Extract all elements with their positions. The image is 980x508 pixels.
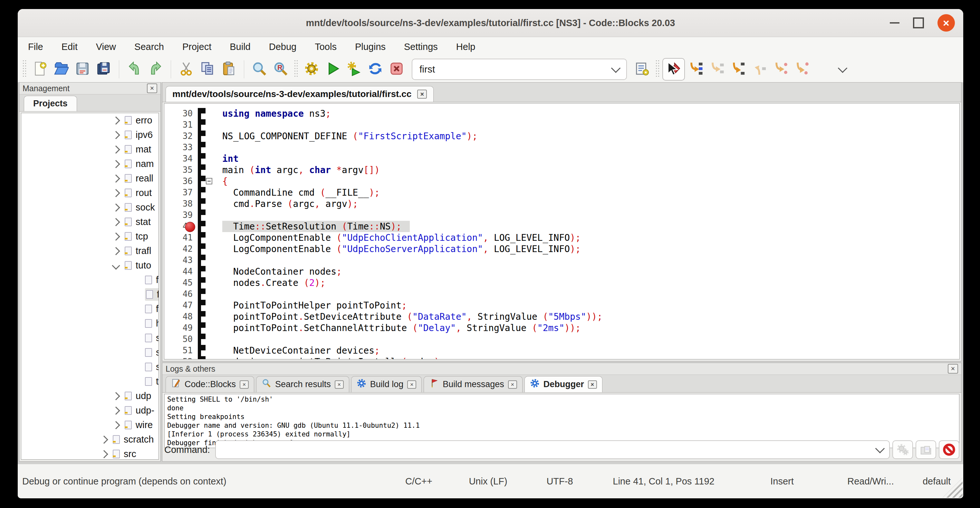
code-line-50[interactable]: 50 xyxy=(164,334,959,345)
logs-tab-close-icon[interactable]: × xyxy=(508,381,517,389)
tree-item-udp[interactable]: udp xyxy=(21,389,159,403)
expander-closed-icon[interactable] xyxy=(100,450,108,458)
build-button[interactable] xyxy=(301,59,322,80)
command-dropdown-icon[interactable] xyxy=(875,444,885,453)
expander-closed-icon[interactable] xyxy=(112,116,120,124)
tree-item-six[interactable]: six xyxy=(21,360,159,374)
tree-item-sock[interactable]: sock xyxy=(21,200,159,215)
redo-button[interactable] xyxy=(145,59,166,80)
title-bar[interactable]: mnt/dev/tools/source/ns-3-dev/examples/t… xyxy=(18,9,963,37)
code-line-30[interactable]: 30using namespace ns3; xyxy=(164,108,959,119)
project-tree[interactable]: erroipv6matnamreallroutsockstattcptraflt… xyxy=(21,113,159,460)
expander-closed-icon[interactable] xyxy=(112,218,120,226)
close-button[interactable]: × xyxy=(937,14,955,32)
menu-settings[interactable]: Settings xyxy=(404,41,438,52)
stop-debugger-button[interactable] xyxy=(939,440,959,459)
copy-button[interactable] xyxy=(197,59,218,80)
tree-item-fif[interactable]: fif xyxy=(21,273,159,287)
debugger-settings-button[interactable] xyxy=(892,440,913,459)
expander-closed-icon[interactable] xyxy=(112,247,120,255)
code-line-47[interactable]: 47 PointToPointHelper pointToPoint; xyxy=(164,300,959,311)
paste-button[interactable] xyxy=(218,59,239,80)
next-instruction-button[interactable] xyxy=(770,59,791,80)
tree-item-se[interactable]: se xyxy=(21,345,159,360)
save-all-button[interactable] xyxy=(93,59,115,80)
code-line-38[interactable]: 38 cmd.Parse (argc, argv); xyxy=(164,198,959,210)
logs-close-icon[interactable]: × xyxy=(948,364,958,374)
step-into-instruction-button[interactable] xyxy=(791,59,813,80)
undo-button[interactable] xyxy=(124,59,145,80)
expander-closed-icon[interactable] xyxy=(112,174,120,182)
expander-closed-icon[interactable] xyxy=(112,131,120,139)
expander-closed-icon[interactable] xyxy=(112,421,120,429)
code-line-34[interactable]: 34int xyxy=(164,153,959,164)
code-line-46[interactable]: 46 xyxy=(164,288,959,300)
expander-closed-icon[interactable] xyxy=(112,233,120,240)
logs-tab-close-icon[interactable]: × xyxy=(335,381,344,389)
toolbar-grip[interactable] xyxy=(294,60,298,78)
step-out-button[interactable] xyxy=(749,59,770,80)
editor-tab-first-cc[interactable]: mnt/dev/tools/source/ns-3-dev/examples/t… xyxy=(165,86,434,102)
logs-tab-search-results[interactable]: Search results× xyxy=(256,376,349,392)
tree-item-udp[interactable]: udp- xyxy=(21,403,159,418)
menu-build[interactable]: Build xyxy=(230,41,251,52)
code-line-37[interactable]: 37 CommandLine cmd (__FILE__); xyxy=(164,187,959,198)
replace-button[interactable]: R xyxy=(270,59,291,80)
tree-item-src[interactable]: src xyxy=(21,447,159,460)
code-line-40[interactable]: 40 Time::SetResolution (Time::NS); xyxy=(164,221,959,232)
run-to-cursor-button[interactable] xyxy=(685,59,706,80)
tree-item-stat[interactable]: stat xyxy=(21,215,159,229)
menu-plugins[interactable]: Plugins xyxy=(355,41,386,52)
tree-item-reall[interactable]: reall xyxy=(21,171,159,186)
expander-closed-icon[interactable] xyxy=(100,435,108,444)
fold-collapse-icon[interactable] xyxy=(206,178,212,185)
select-target-button[interactable] xyxy=(632,59,653,80)
menu-file[interactable]: File xyxy=(28,41,43,52)
step-into-button[interactable] xyxy=(727,59,749,80)
save-button[interactable] xyxy=(72,59,93,80)
toolbar-overflow-button[interactable] xyxy=(832,59,853,80)
cut-button[interactable] xyxy=(176,59,197,80)
menu-help[interactable]: Help xyxy=(456,41,476,52)
tree-item-nam[interactable]: nam xyxy=(21,157,159,171)
logs-tab-close-icon[interactable]: × xyxy=(240,381,249,389)
command-input[interactable] xyxy=(215,440,890,459)
tree-item-erro[interactable]: erro xyxy=(21,113,159,127)
tree-item-fo[interactable]: fo xyxy=(21,302,159,316)
logs-tab-debugger[interactable]: Debugger× xyxy=(525,376,603,392)
logs-tab-close-icon[interactable]: × xyxy=(407,381,416,389)
code-area[interactable]: 30using namespace ns3;3132NS_LOG_COMPONE… xyxy=(164,103,960,359)
tree-item-ipv6[interactable]: ipv6 xyxy=(21,127,159,142)
code-line-49[interactable]: 49 pointToPoint.SetChannelAttribute ("De… xyxy=(164,322,959,334)
build-and-run-button[interactable] xyxy=(344,59,365,80)
logs-tab-build-log[interactable]: Build log× xyxy=(351,376,422,392)
tree-item-fir[interactable]: fir xyxy=(21,287,159,302)
tree-item-rout[interactable]: rout xyxy=(21,186,159,200)
menu-tools[interactable]: Tools xyxy=(315,41,337,52)
expander-open-icon[interactable] xyxy=(112,261,120,269)
expander-closed-icon[interactable] xyxy=(112,406,120,414)
maximize-button[interactable] xyxy=(913,18,924,29)
code-line-35[interactable]: 35main (int argc, char *argv[]) xyxy=(164,164,959,176)
tree-item-tuto[interactable]: tuto xyxy=(21,258,159,273)
tree-item-wire[interactable]: wire xyxy=(21,418,159,432)
code-line-48[interactable]: 48 pointToPoint.SetDeviceAttribute ("Dat… xyxy=(164,311,959,322)
tab-projects[interactable]: Projects xyxy=(24,96,77,111)
code-line-51[interactable]: 51 NetDeviceContainer devices; xyxy=(164,345,959,356)
copy-log-button[interactable] xyxy=(916,440,936,459)
logs-tab-close-icon[interactable]: × xyxy=(588,381,597,389)
menu-project[interactable]: Project xyxy=(182,41,212,52)
tree-item-trafl[interactable]: trafl xyxy=(21,244,159,258)
code-line-45[interactable]: 45 nodes.Create (2); xyxy=(164,277,959,288)
menu-view[interactable]: View xyxy=(96,41,116,52)
logs-tab-code-blocks[interactable]: Code::Blocks× xyxy=(165,376,254,392)
toolbar-grip[interactable] xyxy=(22,60,27,78)
tree-item-th[interactable]: th xyxy=(21,374,159,389)
expander-closed-icon[interactable] xyxy=(112,392,120,400)
tree-item-se[interactable]: se xyxy=(21,331,159,345)
management-close-icon[interactable]: × xyxy=(147,83,157,93)
tree-item-he[interactable]: he xyxy=(21,316,159,331)
combo-dropdown-icon[interactable] xyxy=(611,63,621,73)
expander-closed-icon[interactable] xyxy=(112,145,120,153)
open-file-button[interactable] xyxy=(51,59,72,80)
